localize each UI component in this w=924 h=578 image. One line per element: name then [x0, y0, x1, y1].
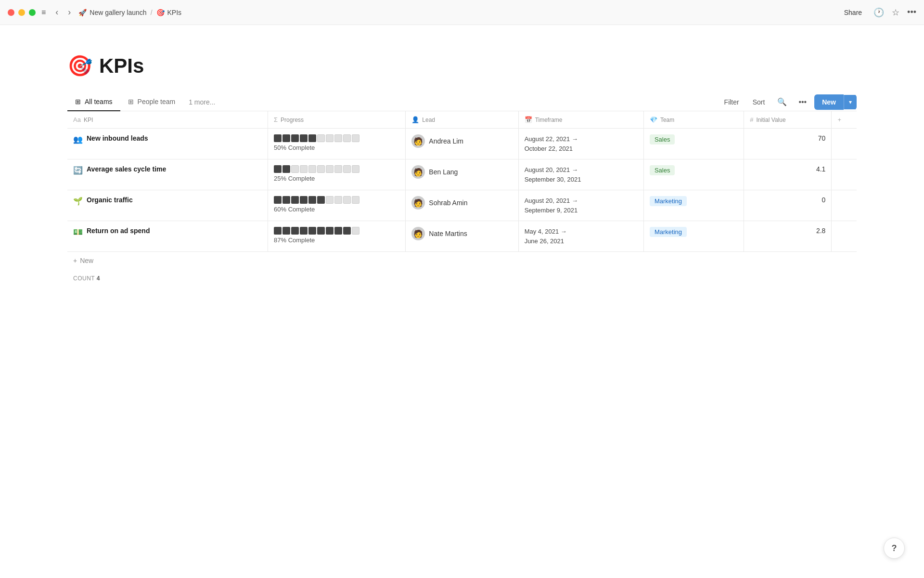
- close-window-button[interactable]: [8, 9, 14, 16]
- team-cell-3[interactable]: Marketing: [643, 221, 744, 252]
- team-cell-1[interactable]: Sales: [643, 159, 744, 190]
- breadcrumb-emoji-1: 🚀: [78, 9, 87, 16]
- breadcrumb-item-2[interactable]: 🎯 KPIs: [156, 9, 182, 16]
- col-label-lead: Lead: [422, 117, 435, 123]
- lead-cell-2[interactable]: 🧑 Sohrab Amin: [406, 190, 518, 221]
- star-icon[interactable]: ☆: [892, 7, 899, 18]
- hamburger-icon[interactable]: ≡: [41, 8, 46, 17]
- col-label-initial: Initial Value: [756, 117, 785, 123]
- timeframe-cell-2[interactable]: August 20, 2021 → September 9, 2021: [518, 190, 643, 221]
- timeframe-text-0: August 22, 2021 → October 22, 2021: [525, 134, 638, 153]
- new-button-caret[interactable]: ▾: [844, 95, 857, 109]
- team-cell-0[interactable]: Sales: [643, 129, 744, 159]
- initial-value-cell-0[interactable]: 70: [744, 129, 832, 159]
- add-row-plus-icon: +: [73, 257, 77, 264]
- team-badge-1: Sales: [650, 165, 675, 175]
- tab-people-team[interactable]: ⊞ People team: [120, 93, 183, 111]
- progress-cell-2[interactable]: 60% Complete: [268, 190, 406, 221]
- team-cell-2[interactable]: Marketing: [643, 190, 744, 221]
- col-header-initial[interactable]: # Initial Value: [744, 111, 832, 129]
- initial-value-cell-3[interactable]: 2.8: [744, 221, 832, 252]
- progress-cell-0[interactable]: 50% Complete: [268, 129, 406, 159]
- sort-button[interactable]: Sort: [748, 95, 770, 109]
- table-header-row: Aa KPI Σ Progress 👤 Lead: [67, 111, 857, 129]
- progress-blocks-3: [274, 227, 399, 235]
- breadcrumb-item-1[interactable]: 🚀 New gallery launch: [78, 9, 146, 16]
- timeframe-cell-1[interactable]: August 20, 2021 → September 30, 2021: [518, 159, 643, 190]
- count-value: 4: [97, 275, 100, 282]
- initial-value-3: 2.8: [816, 227, 825, 235]
- main-content: 🎯 KPIs ⊞ All teams ⊞ People team 1 more.…: [0, 25, 924, 307]
- progress-blocks-2: [274, 196, 399, 204]
- team-badge-3: Marketing: [650, 227, 687, 237]
- lead-name-2: Sohrab Amin: [429, 199, 467, 207]
- lead-name-3: Nate Martins: [429, 230, 467, 237]
- lead-cell-1[interactable]: 🧑 Ben Lang: [406, 159, 518, 190]
- avatar-3: 🧑: [411, 227, 425, 240]
- table-row[interactable]: 🌱 Organic traffic 60% Complete 🧑 Sohrab …: [67, 190, 857, 221]
- maximize-window-button[interactable]: [29, 9, 36, 16]
- add-row-button[interactable]: + New: [67, 252, 857, 269]
- back-icon[interactable]: ‹: [53, 5, 60, 19]
- search-button[interactable]: 🔍: [773, 94, 791, 109]
- initial-value-cell-2[interactable]: 0: [744, 190, 832, 221]
- col-label-kpi: KPI: [84, 117, 93, 123]
- tab-grid-icon-all-teams: ⊞: [75, 98, 81, 105]
- help-button[interactable]: ?: [884, 538, 905, 559]
- table-row[interactable]: 🔄 Average sales cycle time 25% Complete …: [67, 159, 857, 190]
- avatar-2: 🧑: [411, 196, 425, 210]
- timeframe-cell-0[interactable]: August 22, 2021 → October 22, 2021: [518, 129, 643, 159]
- lead-cell-3[interactable]: 🧑 Nate Martins: [406, 221, 518, 252]
- col-icon-kpi: Aa: [73, 116, 81, 123]
- kpi-cell-0[interactable]: 👥 New inbound leads: [67, 129, 268, 159]
- col-header-progress[interactable]: Σ Progress: [268, 111, 406, 129]
- tab-more[interactable]: 1 more...: [183, 93, 221, 111]
- minimize-window-button[interactable]: [18, 9, 25, 16]
- add-col-icon: +: [837, 116, 841, 123]
- progress-cell-3[interactable]: 87% Complete: [268, 221, 406, 252]
- team-badge-2: Marketing: [650, 196, 687, 206]
- team-badge-0: Sales: [650, 134, 675, 144]
- kpi-cell-2[interactable]: 🌱 Organic traffic: [67, 190, 268, 221]
- table-row[interactable]: 👥 New inbound leads 50% Complete 🧑 Andre…: [67, 129, 857, 159]
- col-label-team: Team: [660, 117, 674, 123]
- col-header-lead[interactable]: 👤 Lead: [406, 111, 518, 129]
- page-title-row: 🎯 KPIs: [67, 54, 857, 78]
- tabs-row: ⊞ All teams ⊞ People team 1 more... Filt…: [67, 93, 857, 111]
- initial-value-cell-1[interactable]: 4.1: [744, 159, 832, 190]
- kpi-cell-1[interactable]: 🔄 Average sales cycle time: [67, 159, 268, 190]
- initial-value-2: 0: [822, 196, 826, 204]
- table-more-options-button[interactable]: •••: [795, 95, 810, 109]
- col-header-extra[interactable]: +: [832, 111, 857, 129]
- history-icon[interactable]: 🕐: [873, 7, 884, 18]
- col-header-kpi[interactable]: Aa KPI: [67, 111, 268, 129]
- kpi-emoji-0: 👥: [73, 135, 83, 144]
- breadcrumb-emoji-2: 🎯: [156, 9, 165, 16]
- col-header-timeframe[interactable]: 📅 Timeframe: [518, 111, 643, 129]
- col-label-timeframe: Timeframe: [535, 117, 563, 123]
- kpi-table: Aa KPI Σ Progress 👤 Lead: [67, 111, 857, 252]
- progress-label-2: 60% Complete: [274, 206, 399, 213]
- table-row[interactable]: 💵 Return on ad spend 87% Complete 🧑 Nate…: [67, 221, 857, 252]
- avatar-1: 🧑: [411, 165, 425, 179]
- extra-cell-0: [832, 129, 857, 159]
- tab-all-teams[interactable]: ⊞ All teams: [67, 93, 120, 111]
- progress-label-3: 87% Complete: [274, 236, 399, 244]
- share-button[interactable]: Share: [840, 7, 866, 18]
- col-icon-timeframe: 📅: [525, 116, 532, 123]
- title-bar: ≡ ‹ › 🚀 New gallery launch / 🎯 KPIs Shar…: [0, 0, 924, 25]
- timeframe-cell-3[interactable]: May 4, 2021 → June 26, 2021: [518, 221, 643, 252]
- kpi-emoji-2: 🌱: [73, 197, 83, 206]
- col-header-team[interactable]: 💎 Team: [643, 111, 744, 129]
- timeframe-text-3: May 4, 2021 → June 26, 2021: [525, 227, 638, 246]
- new-button-group: New ▾: [814, 94, 857, 110]
- kpi-cell-3[interactable]: 💵 Return on ad spend: [67, 221, 268, 252]
- filter-button[interactable]: Filter: [719, 95, 744, 109]
- progress-cell-1[interactable]: 25% Complete: [268, 159, 406, 190]
- new-button[interactable]: New: [814, 94, 844, 110]
- breadcrumb-text-2: KPIs: [167, 9, 182, 16]
- forward-icon[interactable]: ›: [66, 5, 73, 19]
- add-row-label: New: [80, 257, 93, 264]
- lead-cell-0[interactable]: 🧑 Andrea Lim: [406, 129, 518, 159]
- more-options-icon[interactable]: •••: [907, 7, 916, 17]
